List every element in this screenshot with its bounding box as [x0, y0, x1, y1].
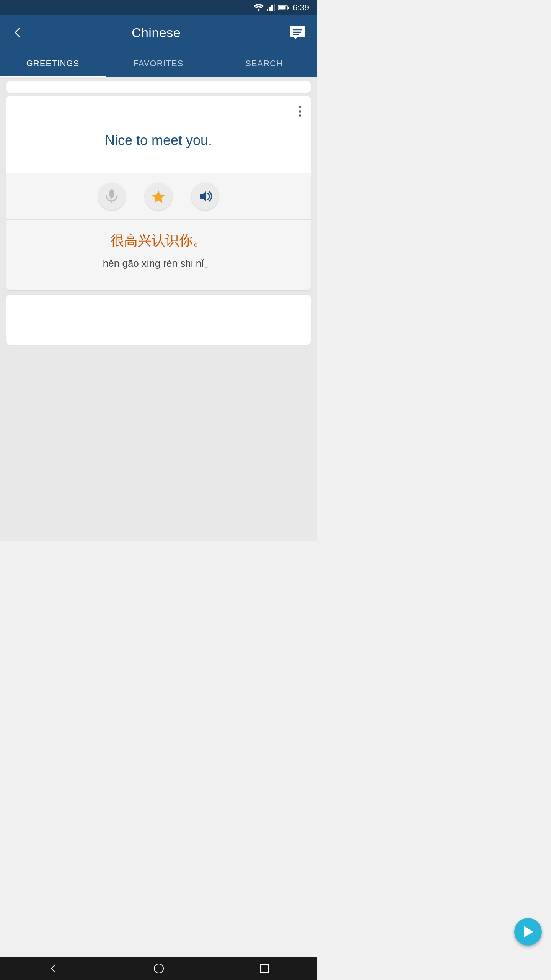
svg-marker-14: [152, 190, 165, 203]
speaker-button[interactable]: [191, 183, 219, 210]
dot-2: [299, 110, 301, 113]
svg-rect-5: [279, 6, 286, 10]
svg-rect-3: [274, 4, 275, 11]
time-display: 6:39: [293, 3, 309, 13]
next-card-preview: [6, 295, 311, 345]
wifi-icon: [254, 4, 264, 11]
tab-greetings[interactable]: GREETINGS: [0, 50, 106, 77]
action-row: [6, 173, 311, 220]
star-icon: [151, 189, 166, 203]
favorite-button[interactable]: [145, 183, 172, 210]
translation-section: 很高兴认识你。 hěn gāo xìng rèn shi nǐ。: [6, 220, 311, 290]
chinese-text: 很高兴认识你。: [18, 231, 299, 250]
more-options-button[interactable]: [297, 104, 303, 119]
dot-1: [299, 106, 301, 108]
tab-search[interactable]: SEARCH: [211, 50, 317, 77]
tabs-bar: GREETINGS FAVORITES SEARCH: [0, 50, 317, 77]
microphone-button[interactable]: [98, 183, 126, 210]
status-bar: 6:39: [0, 0, 317, 15]
main-content: Nice to meet you.: [0, 77, 317, 541]
back-button[interactable]: [8, 23, 26, 42]
speaker-icon: [198, 190, 212, 203]
back-arrow-icon: [11, 27, 22, 38]
svg-rect-1: [269, 7, 271, 11]
svg-rect-2: [271, 5, 273, 11]
card-top: Nice to meet you.: [6, 96, 311, 173]
signal-icon: [267, 4, 275, 11]
chat-button[interactable]: [286, 22, 309, 43]
tab-favorites[interactable]: FAVORITES: [106, 50, 211, 77]
battery-icon: [278, 5, 289, 11]
svg-rect-10: [109, 189, 114, 198]
previous-card: [6, 81, 311, 93]
page-title: Chinese: [132, 25, 181, 40]
english-phrase: Nice to meet you.: [105, 132, 212, 150]
microphone-icon: [105, 189, 118, 203]
svg-marker-15: [200, 191, 206, 202]
pinyin-text: hěn gāo xìng rèn shi nǐ。: [18, 256, 299, 271]
app-header: Chinese: [0, 15, 317, 50]
svg-rect-6: [288, 7, 289, 9]
svg-rect-0: [267, 9, 268, 11]
status-icons: [254, 4, 289, 11]
chat-icon: [290, 26, 305, 39]
dot-3: [299, 114, 301, 117]
phrase-card: Nice to meet you.: [6, 96, 311, 290]
